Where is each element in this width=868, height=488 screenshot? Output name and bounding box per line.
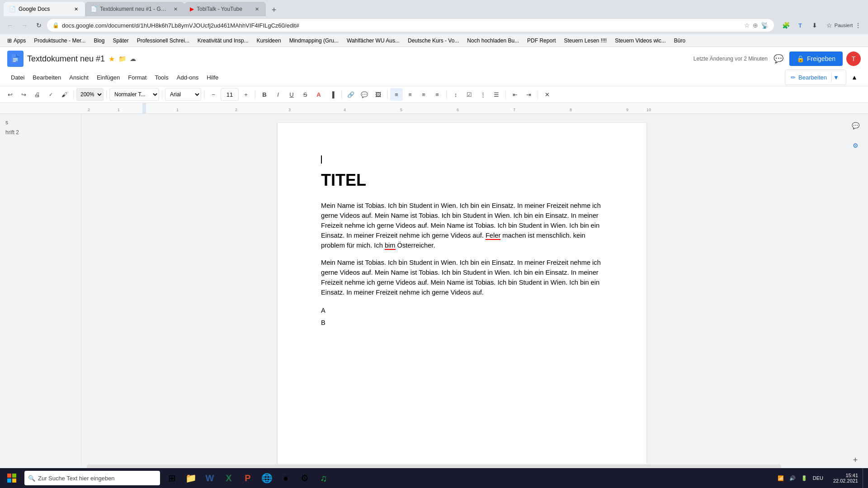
star-doc-icon[interactable]: ★ <box>108 55 115 63</box>
indent-more-button[interactable]: ⇥ <box>522 88 535 101</box>
undo-button[interactable]: ↩ <box>4 88 16 101</box>
bold-button[interactable]: B <box>258 88 271 101</box>
sidebar-item-s[interactable]: s <box>4 117 77 127</box>
taskbar-search[interactable]: 🔍 Zur Suche Text hier eingeben <box>24 471 160 485</box>
tray-locale[interactable]: DEU <box>811 474 825 482</box>
underline-button[interactable]: U <box>285 88 298 101</box>
highlight-button[interactable]: ▐ <box>326 88 339 101</box>
profile-button[interactable]: Pausiert <box>837 19 850 32</box>
italic-button[interactable]: I <box>272 88 284 101</box>
menu-format[interactable]: Format <box>124 72 150 83</box>
last-edit-text[interactable]: Letzte Änderung vor 2 Minuten <box>693 56 768 62</box>
new-tab-button[interactable]: + <box>268 4 280 16</box>
share-button[interactable]: 🔒 Freigeben <box>789 52 843 66</box>
translate-icon[interactable]: T <box>794 19 807 32</box>
downloads-button[interactable]: ⬇ <box>808 19 821 32</box>
style-select[interactable]: Normaler T... <box>109 88 159 101</box>
menu-addons[interactable]: Add-ons <box>173 72 202 83</box>
expand-button[interactable]: ▲ <box>848 71 861 84</box>
star-icon[interactable]: ☆ <box>744 22 750 29</box>
clear-format-button[interactable]: ✕ <box>541 88 553 101</box>
font-size-decrease[interactable]: − <box>207 88 220 101</box>
menu-bearbeiten[interactable]: Bearbeiten <box>29 72 65 83</box>
cloud-icon[interactable]: ☁ <box>130 55 136 62</box>
bookmark-deutsche-kurs[interactable]: Deutsche Kurs - Vo... <box>404 37 462 45</box>
taskbar-app-taskview[interactable]: ⊞ <box>163 469 181 487</box>
doc-paragraph-1[interactable]: Mein Name ist Tobias. Ich bin Student in… <box>321 201 603 250</box>
menu-einfuegen[interactable]: Einfügen <box>93 72 123 83</box>
bearbeiten-button[interactable]: ✏ Bearbeiten ▼ <box>785 70 846 85</box>
bookmark-produktsuche[interactable]: Produktsuche - Mer... <box>30 37 89 45</box>
tray-time[interactable]: 15:41 22.02.2021 <box>830 473 862 483</box>
menu-tools[interactable]: Tools <box>151 72 172 83</box>
tab1-close[interactable]: ✕ <box>72 5 80 13</box>
menu-button[interactable]: ⋮ <box>852 19 864 32</box>
bookmark-buero[interactable]: Büro <box>670 37 689 45</box>
horizontal-scrollbar[interactable] <box>0 464 868 468</box>
doc-title-heading[interactable]: TITEL <box>321 171 603 190</box>
reload-button[interactable]: ↻ <box>33 19 45 32</box>
align-left-button[interactable]: ≡ <box>390 88 403 101</box>
menu-hilfe[interactable]: Hilfe <box>203 72 222 83</box>
zoom-select[interactable]: 200% 150% 100% <box>76 88 104 101</box>
tray-network[interactable]: 📶 <box>776 474 786 482</box>
tab-google-docs[interactable]: 📄 Google Docs ✕ <box>4 2 85 16</box>
list-item-a[interactable]: A <box>321 305 603 316</box>
start-button[interactable] <box>2 468 22 488</box>
bookmark-steuern-lesen[interactable]: Steuern Lesen !!!! <box>560 37 610 45</box>
font-size-increase[interactable]: + <box>240 88 252 101</box>
image-button[interactable]: 🖼 <box>372 88 384 101</box>
cast-icon[interactable]: 📡 <box>761 22 769 29</box>
right-panel-btn-2[interactable]: ⚙ <box>847 137 863 154</box>
bookmark-apps[interactable]: ⊞ Apps <box>4 37 29 45</box>
menu-ansicht[interactable]: Ansicht <box>66 72 92 83</box>
bookmark-wahlfaecher[interactable]: Wahlfächer WU Aus... <box>343 37 403 45</box>
taskbar-app-edge[interactable]: 🌐 <box>258 469 276 487</box>
bearbeiten-dropdown[interactable]: ▼ <box>831 73 840 82</box>
lens-icon[interactable]: ⊕ <box>753 22 758 29</box>
bullet-list-button[interactable]: ⋮ <box>476 88 489 101</box>
align-justify-button[interactable]: ≡ <box>431 88 443 101</box>
sidebar-item-hrift2[interactable]: hrift 2 <box>4 127 77 137</box>
bookmark-professionell[interactable]: Professionell Schrei... <box>133 37 193 45</box>
checklist-button[interactable]: ☑ <box>463 88 476 101</box>
link-button[interactable]: 🔗 <box>344 88 357 101</box>
tray-volume[interactable]: 🔊 <box>788 474 797 482</box>
bookmark-steuern-videos[interactable]: Steuern Videos wic... <box>611 37 670 45</box>
text-color-button[interactable]: A <box>312 88 325 101</box>
tab-textdokument[interactable]: 📄 Textdokument neu #1 - Google ✕ <box>85 2 184 16</box>
taskbar-app-chrome[interactable]: ● <box>277 469 295 487</box>
font-size-input[interactable] <box>221 88 239 101</box>
tab2-close[interactable]: ✕ <box>172 5 179 13</box>
font-select[interactable]: Arial <box>165 88 201 101</box>
align-center-button[interactable]: ≡ <box>404 88 416 101</box>
spellcheck-button[interactable]: ✓ <box>44 88 57 101</box>
align-right-button[interactable]: ≡ <box>417 88 430 101</box>
taskbar-app-excel[interactable]: X <box>220 469 238 487</box>
user-avatar[interactable]: T <box>846 52 861 66</box>
bookmark-kursideen[interactable]: Kursideen <box>253 37 285 45</box>
bookmark-mindmapping[interactable]: Mindmapping (Gru... <box>286 37 342 45</box>
address-bar[interactable]: 🔒 docs.google.com/document/d/1hUH8k6h7Lb… <box>47 19 774 32</box>
redo-button[interactable]: ↪ <box>17 88 30 101</box>
bookmark-blog[interactable]: Blog <box>90 37 108 45</box>
bookmark-kreativitaet[interactable]: Kreativität und Insp... <box>194 37 252 45</box>
back-button[interactable]: ← <box>4 19 16 32</box>
menu-datei[interactable]: Datei <box>7 72 28 83</box>
forward-button[interactable]: → <box>18 19 31 32</box>
numbered-list-button[interactable]: ☰ <box>490 88 503 101</box>
comment-inline-button[interactable]: 💬 <box>358 88 371 101</box>
right-panel-btn-1[interactable]: 💬 <box>847 117 863 134</box>
bookmark-noch-hochladen[interactable]: Noch hochladen Bu... <box>463 37 523 45</box>
doc-paragraph-2[interactable]: Mein Name ist Tobias. Ich bin Student in… <box>321 258 603 297</box>
bookmark-button[interactable]: ☆ <box>823 19 835 32</box>
taskbar-app-settings[interactable]: ⚙ <box>296 469 314 487</box>
taskbar-app-explorer[interactable]: 📁 <box>182 469 200 487</box>
doc-page[interactable]: TITEL Mein Name ist Tobias. Ich bin Stud… <box>278 123 646 488</box>
strikethrough-button[interactable]: S <box>299 88 311 101</box>
taskbar-app-spotify[interactable]: ♫ <box>315 469 333 487</box>
bookmark-pdf-report[interactable]: PDF Report <box>524 37 559 45</box>
doc-title[interactable]: Textdokument neu #1 <box>27 54 105 64</box>
bookmark-spaeter[interactable]: Später <box>109 37 132 45</box>
print-button[interactable]: 🖨 <box>31 88 43 101</box>
